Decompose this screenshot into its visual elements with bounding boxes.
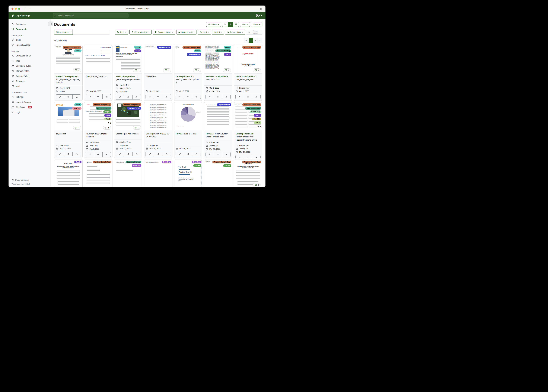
view-button[interactable] (244, 155, 252, 158)
select-button[interactable]: Select (206, 22, 221, 27)
download-button[interactable] (192, 94, 201, 99)
comment-count-badge[interactable]: 1 (73, 126, 81, 130)
filter-correspondent-button[interactable]: Correspondent (129, 30, 151, 35)
document-title[interactable]: drylab Test (54, 131, 82, 143)
document-card[interactable]: Review of Arbitral AwardsCertainty of Aw… (234, 102, 262, 158)
download-button[interactable] (192, 152, 201, 156)
view-button[interactable] (214, 94, 222, 99)
reset-filters-button[interactable]: Reset filters (246, 30, 262, 35)
document-card[interactable]: DrylabInboxTest Tag1drylab TestYear - Ti… (54, 102, 83, 158)
sidebar-item-users-groups[interactable]: Users & Groups (8, 99, 51, 105)
tag-tagwithpartial[interactable]: TagWithPartial (217, 103, 231, 106)
document-preview[interactable]: ✻ BANK OF SCOTLAND2,0 % p. a. auf Ihr Ta… (84, 45, 112, 73)
document-card[interactable]: Francja pod r.NAPOLEON BONAPARTEAnother … (54, 45, 83, 101)
document-preview[interactable]: Review of Arbitral AwardsCertainty of Aw… (234, 102, 262, 131)
tag-newone[interactable]: NewOne (192, 161, 201, 163)
app-logo[interactable]: Paperless-ngx (8, 14, 51, 17)
document-title[interactable]: Test Correspondent 1: UM_PPBE_en_v29 (234, 73, 262, 85)
view-button[interactable] (214, 152, 222, 157)
comment-count-badge[interactable]: 1 (133, 126, 141, 130)
sidebar-item-dashboard[interactable]: Dashboard (8, 21, 51, 27)
tag-another-sample-tag[interactable]: Another Sample Tag (242, 46, 261, 49)
document-title[interactable]: Sonstige ScanPC2022 03-24_081058 (144, 131, 172, 143)
document-preview[interactable]: DrylabInboxTest Tag1 (54, 102, 82, 131)
sidebar-item-settings[interactable]: Settings (8, 94, 51, 99)
view-button[interactable] (94, 94, 102, 99)
comment-count-badge[interactable]: 6 (103, 126, 111, 130)
minimize-window-button[interactable] (15, 8, 17, 10)
document-card[interactable]: Lorem ipsumLorem ipsum dolor sit amet, c… (54, 160, 83, 187)
comment-count-badge[interactable]: 2 (73, 68, 81, 72)
view-detail-button[interactable] (233, 22, 239, 27)
comment-count-badge[interactable]: 1 (223, 68, 231, 72)
view-list-button[interactable] (222, 22, 228, 27)
edit-button[interactable] (236, 94, 244, 99)
view-button[interactable] (154, 152, 162, 156)
download-button[interactable] (102, 152, 111, 157)
document-card[interactable]: Test NameAnother Sample Tag (84, 160, 112, 187)
comment-count-badge[interactable]: 5 (253, 183, 261, 187)
document-card[interactable]: CyberPowerPowerPanel® Business EditionUs… (234, 45, 262, 101)
document-title[interactable]: tablerates2 (144, 73, 172, 89)
edit-button[interactable] (206, 152, 214, 157)
document-title[interactable]: Private: French Country Bread Revised.do… (204, 131, 232, 140)
document-card[interactable]: This is a test for the double space char… (144, 102, 172, 158)
document-card[interactable]: French Country BreadTagWithPartialPrivat… (204, 102, 232, 158)
document-preview[interactable]: This is a testAnother Sample TagTag 12 (204, 160, 232, 187)
sidebar-item-logs[interactable]: Logs (8, 110, 51, 115)
tag-tag-3[interactable]: Tag 3 (254, 121, 261, 124)
sidebar-item-documents[interactable]: Documents (8, 27, 51, 32)
document-preview[interactable]: AdobeInDesign Scripting DocumentationAno… (84, 102, 112, 131)
document-title[interactable]: Private: 2011 BP Pie 2 (174, 131, 202, 146)
tag-inbox[interactable]: Inbox (224, 46, 231, 49)
download-button[interactable] (132, 95, 141, 99)
view-button[interactable] (124, 152, 132, 156)
download-button[interactable] (252, 94, 260, 99)
tag-just-another-tag[interactable]: Just another tag (245, 107, 261, 110)
back-icon[interactable] (24, 7, 26, 10)
document-preview[interactable]: Medical TeacherHas the new Kirkpatrick g… (114, 45, 142, 73)
document-title[interactable]: Correspondent 9: 1 Testing New Title Upd… (174, 73, 202, 89)
view-button[interactable] (94, 152, 102, 157)
document-card[interactable]: Medical TeacherHas the new Kirkpatrick g… (114, 45, 142, 101)
sidebar-item-document-types[interactable]: Document Types (8, 63, 51, 68)
tag-tagwithpartial[interactable]: TagWithPartial (187, 53, 201, 56)
tag-inbox[interactable]: Inbox (74, 49, 81, 52)
edit-button[interactable] (176, 152, 184, 156)
sidebar-item-templates[interactable]: Templates (8, 79, 51, 84)
document-preview[interactable]: This is a multi page document. Page 1.Ne… (144, 160, 172, 187)
forward-icon[interactable] (29, 7, 31, 10)
tag-another-sample-tag[interactable]: Another Sample Tag (182, 46, 201, 49)
document-preview[interactable]: The SATPractice Test #1Make time to take… (174, 160, 202, 187)
document-preview[interactable]: Serial Number,Company Name,Employ 978818… (204, 45, 232, 73)
tag-another-sample-tag[interactable]: Another Sample Tag (93, 103, 111, 106)
document-preview[interactable]: This is a test for the double space char… (144, 102, 172, 131)
download-button[interactable] (72, 95, 81, 99)
close-window-button[interactable] (12, 8, 14, 10)
download-button[interactable] (102, 94, 111, 99)
filter-added-button[interactable]: Added (212, 30, 224, 35)
sidebar-item-recently-added[interactable]: Recently Added (8, 42, 51, 48)
tag-inbox[interactable]: Inbox (74, 103, 81, 106)
document-preview[interactable]: Patient BP Distribution 2011Normal, 150,… (174, 102, 202, 131)
tag-tagwithpartial[interactable]: TagWithPartial (127, 107, 141, 110)
view-button[interactable] (244, 94, 252, 99)
edit-button[interactable] (86, 152, 94, 157)
document-preview[interactable]: Test NameAnother Sample Tag (84, 160, 112, 187)
tag-tag-2[interactable]: Tag 2 (74, 161, 81, 163)
edit-button[interactable] (86, 94, 94, 99)
tag-tagwithpartial[interactable]: TagWithPartial (157, 46, 171, 49)
sidebar-item-correspondents[interactable]: Correspondents (8, 53, 51, 58)
tag-tag-12[interactable]: Tag 12 (193, 164, 201, 167)
document-title[interactable]: 0004814539_20230531 (84, 73, 112, 89)
tag-just-another-tag[interactable]: Just another tag (215, 49, 231, 52)
comment-count-badge[interactable]: 1 (193, 68, 201, 72)
document-card[interactable]: Serial Number,Company Name,Employ 978818… (204, 45, 232, 101)
document-preview[interactable]: Contact Sheet DemoJust another tagNewOne (114, 160, 142, 187)
edit-button[interactable] (146, 152, 154, 156)
user-menu[interactable] (256, 14, 262, 17)
document-preview[interactable]: Country,Region/State,...TagWithPartial1 (144, 45, 172, 73)
tag-another-sample-tag[interactable]: Another Sample Tag (212, 161, 231, 163)
tag-tag-2[interactable]: Tag 2 (254, 114, 261, 117)
sort-button[interactable]: Sort (240, 22, 250, 27)
